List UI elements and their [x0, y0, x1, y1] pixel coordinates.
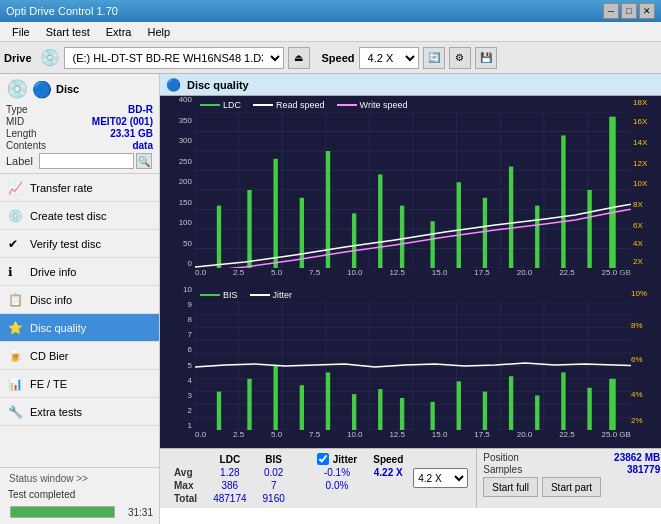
svg-rect-73 — [609, 379, 616, 430]
avg-ldc: 1.28 — [205, 466, 254, 479]
svg-rect-31 — [509, 167, 513, 268]
svg-rect-58 — [217, 392, 221, 430]
menu-help[interactable]: Help — [139, 24, 178, 40]
nav-create-test-disc[interactable]: 💿 Create test disc — [0, 202, 159, 230]
avg-bis: 0.02 — [255, 466, 293, 479]
save-button[interactable]: 💾 — [475, 47, 497, 69]
refresh-button[interactable]: 🔄 — [423, 47, 445, 69]
menu-start-test[interactable]: Start test — [38, 24, 98, 40]
svg-rect-34 — [587, 190, 591, 268]
svg-rect-69 — [509, 376, 513, 430]
max-bis: 7 — [255, 479, 293, 492]
svg-rect-23 — [300, 198, 304, 268]
close-button[interactable]: ✕ — [639, 3, 655, 19]
drive-info-icon: ℹ — [8, 265, 26, 279]
svg-rect-25 — [352, 213, 356, 268]
stats-panel: LDC BIS Jitter Speed — [160, 448, 661, 508]
disc-length-value: 23.31 GB — [110, 128, 153, 139]
disc-panel-icon: 💿 — [6, 78, 28, 100]
disc-label-button[interactable]: 🔍 — [136, 153, 152, 169]
drive-icon: 💿 — [40, 48, 60, 67]
total-bis: 9160 — [255, 492, 293, 505]
total-label: Total — [166, 492, 205, 505]
speed-select[interactable]: 4.2 X — [359, 47, 419, 69]
minimize-button[interactable]: ─ — [603, 3, 619, 19]
disc-label-input[interactable] — [39, 153, 134, 169]
status-bar: Status window >> Test completed 31:31 — [0, 467, 159, 524]
chart-ldc-svg — [195, 112, 631, 268]
settings-button[interactable]: ⚙ — [449, 47, 471, 69]
nav-verify-test-disc[interactable]: ✔ Verify test disc — [0, 230, 159, 258]
svg-rect-63 — [352, 394, 356, 430]
maximize-button[interactable]: □ — [621, 3, 637, 19]
nav-disc-info-label: Disc info — [30, 294, 72, 306]
disc-panel-icon2: 🔵 — [32, 80, 52, 99]
nav-extra-tests-label: Extra tests — [30, 406, 82, 418]
nav-drive-info[interactable]: ℹ Drive info — [0, 258, 159, 286]
disc-quality-header: 🔵 Disc quality — [160, 74, 661, 96]
content-area: 🔵 Disc quality LDC Read speed — [160, 74, 661, 524]
nav-extra-tests[interactable]: 🔧 Extra tests — [0, 398, 159, 426]
svg-rect-26 — [378, 174, 382, 268]
menu-file[interactable]: File — [4, 24, 38, 40]
nav-transfer-rate[interactable]: 📈 Transfer rate — [0, 174, 159, 202]
speed-select-stats[interactable]: 4.2 X — [413, 468, 468, 488]
svg-rect-66 — [430, 402, 434, 430]
svg-rect-29 — [457, 182, 461, 268]
eject-button[interactable]: ⏏ — [288, 47, 310, 69]
total-ldc: 487174 — [205, 492, 254, 505]
disc-contents-label: Contents — [6, 140, 46, 151]
svg-rect-70 — [535, 395, 539, 430]
disc-label-label: Label — [6, 155, 33, 167]
stats-right: Position 23862 MB Samples 381779 Start f… — [476, 449, 661, 508]
avg-jitter: -0.1% — [309, 466, 365, 479]
x-axis-bottom: 0.0 2.5 5.0 7.5 10.0 12.5 15.0 17.5 20.0… — [195, 430, 631, 448]
verify-test-disc-icon: ✔ — [8, 237, 26, 251]
nav-disc-quality-label: Disc quality — [30, 322, 86, 334]
svg-rect-61 — [300, 385, 304, 430]
menu-bar: File Start test Extra Help — [0, 22, 661, 42]
svg-rect-71 — [561, 372, 565, 430]
progress-bar-fill — [11, 507, 114, 517]
y-axis-left-bis: 10 9 8 7 6 5 4 3 2 1 — [160, 286, 195, 430]
svg-rect-22 — [273, 159, 277, 268]
nav-disc-info[interactable]: 📋 Disc info — [0, 286, 159, 314]
svg-rect-35 — [609, 117, 616, 268]
disc-contents-value: data — [132, 140, 153, 151]
jitter-checkbox[interactable] — [317, 453, 329, 465]
disc-type-label: Type — [6, 104, 28, 115]
col-speed: Speed — [365, 452, 411, 466]
legend-jitter: Jitter — [273, 290, 293, 300]
nav-cd-bier[interactable]: 🍺 CD Bier — [0, 342, 159, 370]
nav-drive-info-label: Drive info — [30, 266, 76, 278]
main-layout: 💿 🔵 Disc Type BD-R MID MEIT02 (001) Leng… — [0, 74, 661, 524]
legend-ldc: LDC — [223, 100, 241, 110]
status-window-button[interactable]: Status window >> — [4, 470, 155, 487]
transfer-rate-icon: 📈 — [8, 181, 26, 195]
disc-quality-header-icon: 🔵 — [166, 78, 181, 92]
chart-bis-svg — [195, 302, 631, 430]
col-ldc: LDC — [205, 452, 254, 466]
window-controls: ─ □ ✕ — [603, 3, 655, 19]
cd-bier-icon: 🍺 — [8, 349, 26, 363]
nav-items: 📈 Transfer rate 💿 Create test disc ✔ Ver… — [0, 174, 159, 467]
drive-select[interactable]: (E:) HL-DT-ST BD-RE WH16NS48 1.D3 — [64, 47, 284, 69]
toolbar: Drive 💿 (E:) HL-DT-ST BD-RE WH16NS48 1.D… — [0, 42, 661, 74]
disc-panel-title: Disc — [56, 83, 79, 95]
drive-label: Drive — [4, 52, 32, 64]
nav-verify-test-disc-label: Verify test disc — [30, 238, 101, 250]
svg-rect-32 — [535, 206, 539, 268]
stats-table: LDC BIS Jitter Speed — [166, 452, 470, 505]
title-bar: Opti Drive Control 1.70 ─ □ ✕ — [0, 0, 661, 22]
y-axis-right-bis: 10% 8% 6% 4% 2% — [631, 286, 661, 430]
svg-rect-67 — [457, 381, 461, 430]
menu-extra[interactable]: Extra — [98, 24, 140, 40]
nav-disc-quality[interactable]: ⭐ Disc quality — [0, 314, 159, 342]
col-jitter: Jitter — [309, 452, 365, 466]
chart-ldc-legend: LDC Read speed Write speed — [200, 100, 407, 110]
col-bis: BIS — [255, 452, 293, 466]
nav-fe-te[interactable]: 📊 FE / TE — [0, 370, 159, 398]
avg-label: Avg — [166, 466, 205, 479]
start-part-button[interactable]: Start part — [542, 477, 601, 497]
start-full-button[interactable]: Start full — [483, 477, 538, 497]
